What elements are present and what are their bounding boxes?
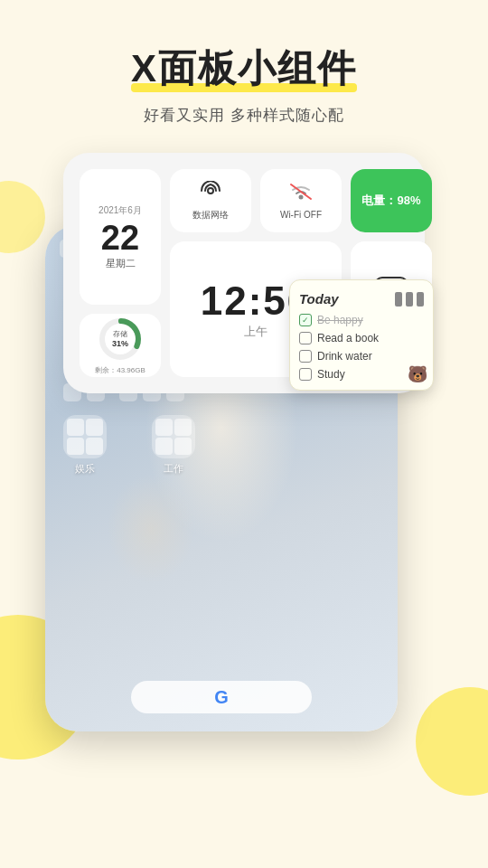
google-logo: G [214, 687, 229, 708]
data-network-tile[interactable]: 数据网络 [170, 169, 251, 232]
todo-widget: Today ✓ Be happy Read a book Drink [289, 279, 434, 391]
folder-row-2: 娱乐 工作 [63, 415, 195, 476]
checkmark-icon: ✓ [302, 316, 309, 325]
todo-item-text-0: Be happy [317, 314, 363, 326]
svg-point-1 [299, 195, 304, 200]
todo-item-2[interactable]: Drink water [299, 350, 424, 363]
folder-entertainment[interactable]: 娱乐 [63, 415, 107, 476]
battery-label: 电量：98% [361, 193, 420, 209]
date-year-month: 2021年6月 [99, 204, 142, 217]
todo-item-text-3: Study [317, 368, 345, 381]
todo-clip [417, 292, 424, 307]
bear-icon: 🐻 [408, 364, 427, 384]
todo-item-1[interactable]: Read a book [299, 332, 424, 344]
google-search-bar[interactable]: G [131, 681, 312, 713]
folder-work[interactable]: 工作 [152, 415, 195, 476]
todo-checkbox-1[interactable] [299, 332, 312, 344]
date-weekday: 星期二 [106, 257, 136, 270]
todo-checkbox-3[interactable] [299, 368, 312, 381]
svg-point-0 [208, 188, 213, 193]
phone-stack: ☁ □ ⌂ ♡ ★ 生活 [45, 153, 443, 731]
battery-tile: 电量：98% [351, 169, 432, 232]
data-network-label: 数据网络 [192, 209, 229, 222]
todo-clip [406, 292, 413, 307]
time-period: 上午 [244, 324, 267, 340]
storage-remain: 剩余：43.96GB [95, 365, 145, 375]
storage-percent: 31% [112, 339, 128, 348]
todo-checkbox-2[interactable] [299, 350, 312, 363]
storage-tile: 存储 31% 剩余：43.96GB [80, 314, 161, 377]
storage-label: 存储 [113, 329, 127, 339]
wifi-icon [288, 182, 314, 207]
wifi-tile[interactable]: Wi-Fi OFF [260, 169, 342, 232]
folder-label: 娱乐 [75, 462, 95, 476]
wifi-label: Wi-Fi OFF [280, 210, 322, 220]
page-subtitle: 好看又实用 多种样式随心配 [144, 105, 344, 126]
page-title: X面板小组件 [131, 43, 357, 94]
date-tile: 2021年6月 22 星期二 [80, 169, 161, 305]
todo-item-3[interactable]: Study [299, 368, 424, 381]
folder-label: 工作 [164, 462, 183, 476]
todo-clip [395, 292, 402, 307]
todo-item-text-2: Drink water [317, 350, 372, 363]
todo-item-0[interactable]: ✓ Be happy [299, 314, 424, 326]
signal-icon [198, 181, 223, 206]
todo-title: Today [299, 291, 339, 307]
date-day: 22 [101, 221, 139, 255]
todo-checkbox-0[interactable]: ✓ [299, 314, 312, 326]
todo-item-text-1: Read a book [317, 332, 379, 344]
